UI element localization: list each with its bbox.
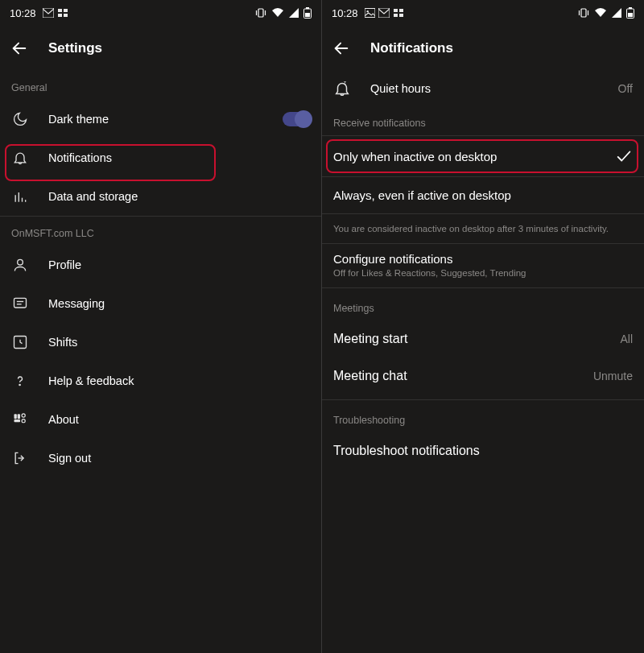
row-label: Profile <box>48 258 310 271</box>
row-messaging[interactable]: Messaging <box>0 284 321 323</box>
image-icon <box>365 8 375 18</box>
row-profile[interactable]: Profile <box>0 246 321 284</box>
section-header-org: OnMSFT.com LLC <box>0 217 321 246</box>
row-meeting-start[interactable]: Meeting start All <box>322 320 644 357</box>
status-time: 10:28 <box>332 7 358 19</box>
row-shifts[interactable]: Shifts <box>0 323 321 362</box>
about-icon <box>11 411 29 428</box>
battery-icon <box>626 7 634 19</box>
status-time: 10:28 <box>10 7 36 19</box>
signout-icon <box>11 449 29 467</box>
status-left-icons <box>43 8 68 18</box>
svg-rect-31 <box>394 9 398 12</box>
arrow-left-icon <box>10 39 28 57</box>
svg-rect-24 <box>14 419 21 422</box>
check-icon <box>615 147 633 165</box>
mail-icon <box>43 8 54 18</box>
meeting-start-value: All <box>620 333 633 345</box>
bell-icon <box>11 149 29 167</box>
option-always[interactable]: Always, even if active on desktop <box>322 177 644 213</box>
svg-rect-22 <box>14 414 17 419</box>
configure-label: Configure notifications <box>333 252 633 266</box>
svg-rect-17 <box>14 298 27 308</box>
svg-rect-1 <box>58 9 62 12</box>
app-bar: Settings <box>0 26 321 71</box>
section-header-meetings: Meetings <box>322 288 644 320</box>
row-label: Help & feedback <box>48 374 310 387</box>
row-help[interactable]: Help & feedback <box>0 362 321 400</box>
section-header-troubleshooting: Troubleshooting <box>322 400 644 432</box>
option-label: Only when inactive on desktop <box>333 150 497 163</box>
status-left-icons <box>365 8 404 18</box>
person-icon <box>11 256 29 274</box>
svg-point-26 <box>22 419 25 423</box>
overflow-icon <box>393 8 404 18</box>
app-bar: Notifications <box>322 26 644 71</box>
page-title: Settings <box>48 40 102 56</box>
row-label: Data and storage <box>48 190 310 203</box>
message-icon <box>11 295 29 312</box>
status-right <box>578 7 634 19</box>
row-label: Sign out <box>48 452 310 465</box>
chart-icon <box>11 188 29 205</box>
wifi-icon <box>594 8 607 18</box>
svg-point-25 <box>22 414 25 417</box>
status-left: 10:28 <box>332 7 404 19</box>
status-left: 10:28 <box>10 7 68 19</box>
svg-rect-5 <box>258 9 263 17</box>
battery-icon <box>303 7 312 19</box>
option-inactive-desktop[interactable]: Only when inactive on desktop <box>322 136 644 176</box>
row-label: Shifts <box>48 336 310 349</box>
svg-rect-3 <box>58 14 62 17</box>
troubleshoot-label: Troubleshoot notifications <box>333 444 480 458</box>
status-bar: 10:28 <box>0 0 321 26</box>
overflow-icon <box>57 8 68 18</box>
row-label: Messaging <box>48 297 310 310</box>
svg-rect-34 <box>399 14 403 17</box>
meeting-chat-label: Meeting chat <box>333 369 407 383</box>
quiet-hours-label: Quiet hours <box>370 82 599 95</box>
svg-point-29 <box>366 10 368 12</box>
back-button[interactable] <box>10 39 29 58</box>
svg-point-16 <box>18 259 23 265</box>
page-title: Notifications <box>370 40 453 56</box>
row-notifications[interactable]: Notifications <box>0 138 321 177</box>
row-troubleshoot[interactable]: Troubleshoot notifications <box>322 432 644 469</box>
clock-icon <box>11 333 29 351</box>
phone-notifications: 10:28 Notifications <box>322 0 644 653</box>
signal-icon <box>289 8 299 18</box>
vibrate-icon <box>255 7 266 19</box>
row-configure-notifications[interactable]: Configure notifications Off for Likes & … <box>322 244 644 287</box>
svg-point-21 <box>19 384 20 385</box>
mail-icon <box>378 8 390 18</box>
back-button[interactable] <box>332 39 351 58</box>
signal-icon <box>612 8 621 18</box>
svg-rect-23 <box>18 414 20 419</box>
row-signout[interactable]: Sign out <box>0 439 321 477</box>
svg-text:z: z <box>344 80 346 85</box>
section-header-general: General <box>0 71 321 100</box>
inactive-help-text: You are considered inactive on desktop a… <box>322 214 644 243</box>
svg-rect-35 <box>581 9 586 17</box>
dark-theme-toggle[interactable] <box>283 112 310 126</box>
wifi-icon <box>271 8 284 18</box>
row-dark-theme[interactable]: Dark theme <box>0 100 321 138</box>
svg-rect-10 <box>305 13 310 17</box>
meeting-chat-value: Unmute <box>593 370 633 382</box>
svg-rect-2 <box>64 9 68 12</box>
arrow-left-icon <box>332 39 350 57</box>
row-data-storage[interactable]: Data and storage <box>0 177 321 216</box>
status-right <box>255 7 312 19</box>
meeting-start-label: Meeting start <box>333 332 407 346</box>
configure-sub: Off for Likes & Reactions, Suggested, Tr… <box>333 268 633 278</box>
row-meeting-chat[interactable]: Meeting chat Unmute <box>322 357 644 395</box>
svg-rect-28 <box>365 8 375 17</box>
row-label: Dark theme <box>48 113 263 126</box>
row-quiet-hours[interactable]: z Quiet hours Off <box>322 71 644 106</box>
bell-sleep-icon: z <box>333 80 351 97</box>
section-header-receive: Receive notifications <box>322 106 644 135</box>
svg-rect-32 <box>399 9 403 12</box>
row-about[interactable]: About <box>0 400 321 439</box>
help-icon <box>11 372 29 390</box>
row-label: About <box>48 413 310 426</box>
